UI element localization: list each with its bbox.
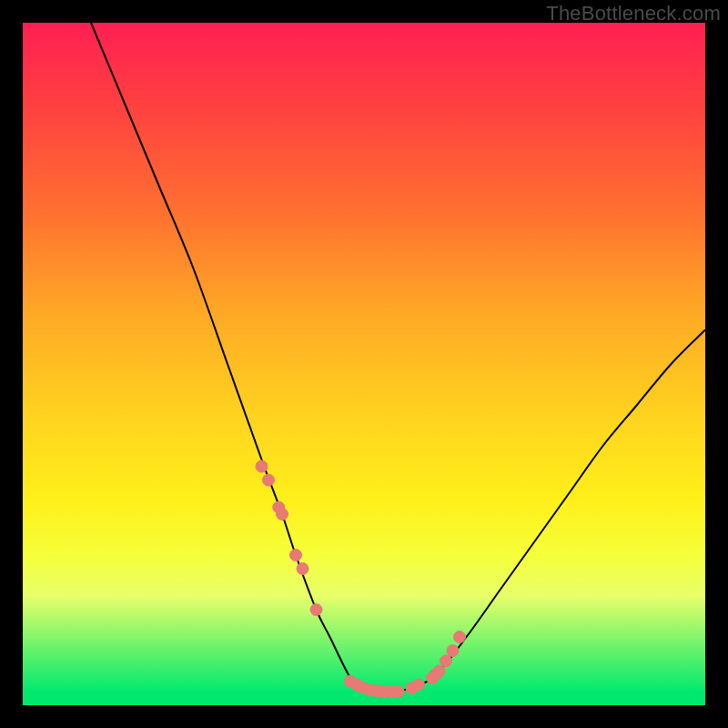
chart-frame: TheBottleneck.com xyxy=(0,0,728,728)
chart-curve xyxy=(91,23,705,693)
chart-marker xyxy=(433,665,445,677)
chart-plot-area xyxy=(23,23,705,705)
chart-marker xyxy=(263,474,275,486)
chart-marker xyxy=(290,550,302,561)
chart-marker xyxy=(413,679,425,691)
chart-marker xyxy=(256,460,268,472)
chart-svg xyxy=(23,23,705,705)
chart-marker xyxy=(310,604,322,616)
chart-marker xyxy=(277,509,288,521)
chart-marker xyxy=(454,632,466,643)
chart-marker xyxy=(392,686,404,698)
chart-marker xyxy=(447,645,459,657)
chart-marker xyxy=(440,655,452,667)
chart-markers xyxy=(256,460,466,698)
chart-marker xyxy=(297,563,308,575)
watermark-text: TheBottleneck.com xyxy=(546,2,721,25)
